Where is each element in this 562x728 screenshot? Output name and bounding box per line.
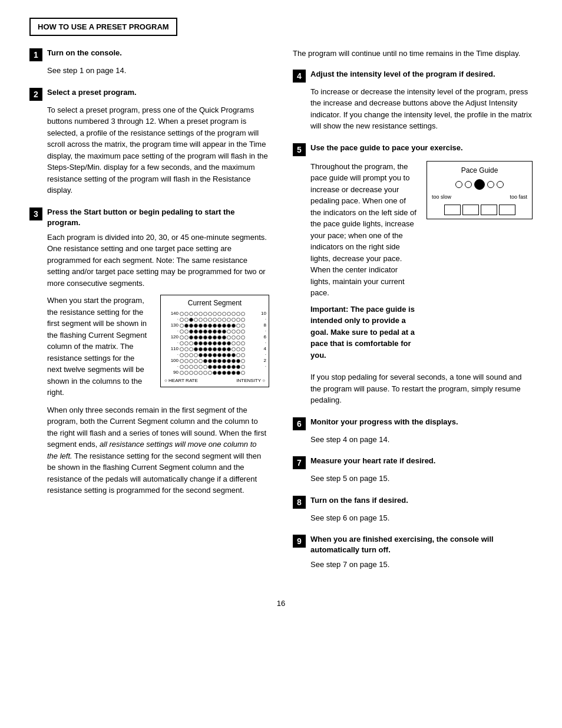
step-1-number: 1 (29, 48, 42, 61)
matrix-row-110: 110 4 (163, 346, 266, 352)
step-7-text: See step 5 on page 15. (310, 473, 533, 485)
matrix-row-140: 140 10 (163, 311, 266, 317)
step-6-header: 6 Monitor your progress with the display… (293, 417, 533, 430)
pace-segment-4 (499, 205, 515, 215)
step-2-header: 2 Select a preset program. (29, 87, 269, 101)
step-3-italic: all resistance settings will move one co… (47, 440, 257, 460)
pace-segment-1 (444, 205, 461, 215)
matrix-row-dot2: · · (163, 328, 266, 334)
pace-bold-text: Important: The pace guide is intended on… (310, 305, 415, 360)
pace-segment-2 (462, 205, 479, 215)
two-column-layout: 1 Turn on the console. See step 1 on pag… (29, 48, 533, 581)
step-5-after: If you stop pedaling for several seconds… (310, 371, 533, 406)
matrix-title: Current Segment (163, 298, 266, 308)
step-4-text: To increase or decrease the intensity le… (310, 86, 533, 132)
pace-indicator-far-right (497, 181, 504, 188)
pace-segment-3 (481, 205, 497, 215)
pace-indicator-right (487, 181, 494, 188)
pace-indicator-center (474, 179, 485, 190)
step-4-header: 4 Adjust the intensity level of the prog… (293, 69, 533, 83)
step-3-after-text: When only three seconds remain in the fi… (47, 404, 269, 496)
pace-guide-text: Throughout the program, the pace guide w… (310, 161, 418, 366)
step-1-title: Turn on the console. (47, 48, 122, 58)
pace-indicator-left (465, 181, 472, 188)
step-8-header: 8 Turn on the fans if desired. (293, 495, 533, 509)
matrix-bottom-labels: ○ HEART RATE INTENSITY ○ (163, 377, 266, 384)
pace-indicators-row (432, 179, 527, 190)
matrix-row-120: 120 6 (163, 334, 266, 340)
step-3-intro: Each program is divided into 20, 30, or … (47, 232, 269, 289)
step-2-text: To select a preset program, press one of… (47, 104, 269, 196)
step-9-header: 9 When you are finished exercising, the … (293, 534, 533, 555)
matrix-grid: 140 10 · (163, 311, 266, 375)
step-9-block: 9 When you are finished exercising, the … (293, 534, 533, 571)
pace-indicator-far-left (455, 181, 462, 188)
step-5-number: 5 (293, 143, 306, 156)
step-7-number: 7 (293, 456, 306, 469)
step-2-title: Select a preset program. (47, 87, 137, 98)
step-2-body: To select a preset program, press one of… (47, 104, 269, 196)
header-title: HOW TO USE A PRESET PROGRAM (38, 22, 169, 31)
step-8-body: See step 6 on page 15. (310, 512, 533, 524)
matrix-row-dot1: · · (163, 317, 266, 322)
step-7-block: 7 Measure your heart rate if desired. Se… (293, 456, 533, 485)
matrix-row-dot5: · · (163, 364, 266, 370)
step-6-block: 6 Monitor your progress with the display… (293, 417, 533, 446)
pace-guide-title: Pace Guide (432, 165, 527, 176)
step-8-text: See step 6 on page 15. (310, 512, 533, 524)
step-4-body: To increase or decrease the intensity le… (310, 86, 533, 132)
step-7-title: Measure your heart rate if desired. (310, 456, 435, 466)
step-7-header: 7 Measure your heart rate if desired. (293, 456, 533, 469)
step-9-body: See step 7 on page 15. (310, 559, 533, 571)
step-8-block: 8 Turn on the fans if desired. See step … (293, 495, 533, 524)
pace-guide-container: Throughout the program, the pace guide w… (310, 161, 533, 366)
pace-bold-para: Important: The pace guide is intended on… (310, 304, 418, 361)
step-1-body: See step 1 on page 14. (47, 65, 269, 77)
matrix-intensity-label: INTENSITY ○ (236, 377, 265, 384)
step-4-block: 4 Adjust the intensity level of the prog… (293, 69, 533, 132)
step-5-block: 5 Use the pace guide to pace your exerci… (293, 143, 533, 406)
pace-segments-row (432, 205, 527, 215)
step-3-header: 3 Press the Start button or begin pedali… (29, 207, 269, 228)
step-3-block: 3 Press the Start button or begin pedali… (29, 207, 269, 496)
pace-too-slow-label: too slow (432, 193, 451, 202)
matrix-container: When you start the program, the resistan… (47, 295, 269, 398)
step-6-text: See step 4 on page 14. (310, 434, 533, 446)
step-6-number: 6 (293, 417, 306, 430)
step-9-text: See step 7 on page 15. (310, 559, 533, 571)
step-2-block: 2 Select a preset program. To select a p… (29, 87, 269, 196)
right-column: The program will continue until no time … (293, 48, 533, 581)
step-1-block: 1 Turn on the console. See step 1 on pag… (29, 48, 269, 77)
step-8-title: Turn on the fans if desired. (310, 495, 408, 506)
step-2-number: 2 (29, 88, 42, 101)
step-4-number: 4 (293, 70, 306, 83)
right-col-top-text: The program will continue until no time … (293, 48, 533, 60)
step-8-number: 8 (293, 496, 306, 509)
step-3-number: 3 (29, 207, 42, 220)
matrix-row-90: 90 (163, 370, 266, 375)
page-number: 16 (29, 599, 533, 608)
matrix-heart-rate-label: ○ HEART RATE (164, 377, 198, 384)
step-4-title: Adjust the intensity level of the progra… (310, 69, 495, 80)
pace-too-fast-label: too fast (510, 193, 527, 202)
step-5-header: 5 Use the pace guide to pace your exerci… (293, 143, 533, 156)
step-1-text: See step 1 on page 14. (47, 65, 269, 77)
pace-guide-box: Pace Guide (427, 161, 533, 220)
step-7-body: See step 5 on page 15. (310, 473, 533, 485)
step-3-body: Each program is divided into 20, 30, or … (47, 232, 269, 496)
step-1-header: 1 Turn on the console. (29, 48, 269, 61)
step-5-title: Use the pace guide to pace your exercise… (310, 143, 463, 153)
section-header: HOW TO USE A PRESET PROGRAM (29, 18, 177, 36)
pace-text-para: Throughout the program, the pace guide w… (310, 161, 418, 299)
matrix-row-dot3: · · (163, 340, 266, 346)
step-3-title: Press the Start button or begin pedaling… (47, 207, 269, 228)
step-9-title: When you are finished exercising, the co… (310, 534, 533, 555)
matrix-row-dot4: · · (163, 352, 266, 358)
step-5-body: Throughout the program, the pace guide w… (310, 161, 533, 406)
matrix-row-100: 100 2 (163, 358, 266, 364)
pace-label-row: too slow too fast (432, 193, 527, 202)
step-9-number: 9 (293, 535, 306, 548)
matrix-text: When you start the program, the resistan… (47, 295, 151, 398)
step-6-body: See step 4 on page 14. (310, 434, 533, 446)
page: HOW TO USE A PRESET PROGRAM 1 Turn on th… (0, 0, 562, 728)
